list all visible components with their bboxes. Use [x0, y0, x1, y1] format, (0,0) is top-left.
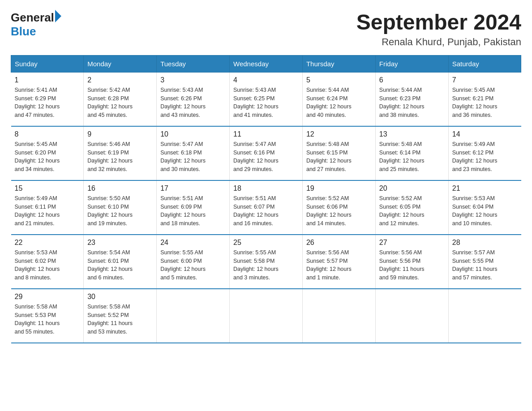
- day-number: 8: [15, 130, 80, 138]
- day-cell: 29Sunrise: 5:58 AM Sunset: 5:53 PM Dayli…: [11, 289, 84, 343]
- day-info: Sunrise: 5:49 AM Sunset: 6:11 PM Dayligh…: [15, 194, 80, 228]
- week-row-2: 8Sunrise: 5:45 AM Sunset: 6:20 PM Daylig…: [11, 126, 521, 180]
- day-info: Sunrise: 5:53 AM Sunset: 6:04 PM Dayligh…: [452, 194, 518, 228]
- day-number: 27: [379, 239, 445, 247]
- day-cell: 14Sunrise: 5:49 AM Sunset: 6:12 PM Dayli…: [448, 126, 521, 180]
- day-number: 26: [306, 239, 372, 247]
- day-number: 13: [379, 130, 445, 138]
- logo-blue: Blue: [11, 25, 61, 39]
- day-number: 25: [233, 239, 299, 247]
- day-info: Sunrise: 5:56 AM Sunset: 5:56 PM Dayligh…: [379, 248, 445, 282]
- day-number: 19: [306, 184, 372, 193]
- day-number: 16: [87, 184, 153, 193]
- calendar-table: SundayMondayTuesdayWednesdayThursdayFrid…: [11, 55, 521, 343]
- day-info: Sunrise: 5:55 AM Sunset: 6:00 PM Dayligh…: [160, 248, 226, 282]
- day-cell: 30Sunrise: 5:58 AM Sunset: 5:52 PM Dayli…: [84, 289, 157, 343]
- day-cell: 23Sunrise: 5:54 AM Sunset: 6:01 PM Dayli…: [84, 235, 157, 289]
- logo: General Blue: [11, 11, 61, 39]
- day-number: 10: [160, 130, 226, 138]
- col-header-sunday: Sunday: [11, 55, 84, 72]
- day-info: Sunrise: 5:48 AM Sunset: 6:14 PM Dayligh…: [379, 140, 445, 174]
- day-cell: 20Sunrise: 5:52 AM Sunset: 6:05 PM Dayli…: [375, 180, 448, 235]
- day-number: 15: [15, 184, 80, 193]
- day-cell: 16Sunrise: 5:50 AM Sunset: 6:10 PM Dayli…: [84, 180, 157, 235]
- day-number: 14: [452, 130, 518, 138]
- day-cell: 1Sunrise: 5:41 AM Sunset: 6:29 PM Daylig…: [11, 72, 84, 126]
- day-number: 12: [306, 130, 372, 138]
- day-cell: 2Sunrise: 5:42 AM Sunset: 6:28 PM Daylig…: [84, 72, 157, 126]
- day-cell: 13Sunrise: 5:48 AM Sunset: 6:14 PM Dayli…: [375, 126, 448, 180]
- day-cell: 22Sunrise: 5:53 AM Sunset: 6:02 PM Dayli…: [11, 235, 84, 289]
- day-cell: 19Sunrise: 5:52 AM Sunset: 6:06 PM Dayli…: [302, 180, 375, 235]
- day-info: Sunrise: 5:57 AM Sunset: 5:55 PM Dayligh…: [452, 248, 518, 282]
- day-number: 11: [233, 130, 299, 138]
- day-info: Sunrise: 5:47 AM Sunset: 6:16 PM Dayligh…: [233, 140, 299, 174]
- day-number: 23: [87, 239, 153, 247]
- day-cell: 4Sunrise: 5:43 AM Sunset: 6:25 PM Daylig…: [230, 72, 303, 126]
- week-row-5: 29Sunrise: 5:58 AM Sunset: 5:53 PM Dayli…: [11, 289, 521, 343]
- day-number: 3: [160, 76, 226, 84]
- day-number: 21: [452, 184, 518, 193]
- week-row-1: 1Sunrise: 5:41 AM Sunset: 6:29 PM Daylig…: [11, 72, 521, 126]
- day-info: Sunrise: 5:49 AM Sunset: 6:12 PM Dayligh…: [452, 140, 518, 174]
- day-number: 4: [233, 76, 299, 84]
- day-info: Sunrise: 5:51 AM Sunset: 6:07 PM Dayligh…: [233, 194, 299, 228]
- day-info: Sunrise: 5:47 AM Sunset: 6:18 PM Dayligh…: [160, 140, 226, 174]
- day-cell: 21Sunrise: 5:53 AM Sunset: 6:04 PM Dayli…: [448, 180, 521, 235]
- day-cell: 26Sunrise: 5:56 AM Sunset: 5:57 PM Dayli…: [302, 235, 375, 289]
- col-header-tuesday: Tuesday: [157, 55, 230, 72]
- day-cell: 9Sunrise: 5:46 AM Sunset: 6:19 PM Daylig…: [84, 126, 157, 180]
- day-number: 18: [233, 184, 299, 193]
- day-info: Sunrise: 5:44 AM Sunset: 6:23 PM Dayligh…: [379, 86, 445, 120]
- day-number: 9: [87, 130, 153, 138]
- day-cell: 5Sunrise: 5:44 AM Sunset: 6:24 PM Daylig…: [302, 72, 375, 126]
- day-info: Sunrise: 5:50 AM Sunset: 6:10 PM Dayligh…: [87, 194, 153, 228]
- day-number: 30: [87, 293, 153, 301]
- week-row-4: 22Sunrise: 5:53 AM Sunset: 6:02 PM Dayli…: [11, 235, 521, 289]
- day-number: 24: [160, 239, 226, 247]
- day-cell: 3Sunrise: 5:43 AM Sunset: 6:26 PM Daylig…: [157, 72, 230, 126]
- col-header-monday: Monday: [84, 55, 157, 72]
- day-info: Sunrise: 5:41 AM Sunset: 6:29 PM Dayligh…: [15, 86, 80, 120]
- day-number: 20: [379, 184, 445, 193]
- day-number: 29: [15, 293, 80, 301]
- calendar-subtitle: Renala Khurd, Punjab, Pakistan: [356, 36, 521, 48]
- day-cell: [448, 289, 521, 343]
- title-block: September 2024 Renala Khurd, Punjab, Pak…: [356, 11, 521, 48]
- day-cell: [157, 289, 230, 343]
- day-info: Sunrise: 5:43 AM Sunset: 6:25 PM Dayligh…: [233, 86, 299, 120]
- col-header-saturday: Saturday: [448, 55, 521, 72]
- col-header-wednesday: Wednesday: [230, 55, 303, 72]
- logo-general: General: [11, 11, 54, 25]
- logo-triangle-icon: [55, 10, 61, 22]
- day-cell: 6Sunrise: 5:44 AM Sunset: 6:23 PM Daylig…: [375, 72, 448, 126]
- day-info: Sunrise: 5:58 AM Sunset: 5:53 PM Dayligh…: [15, 303, 80, 336]
- day-cell: 7Sunrise: 5:45 AM Sunset: 6:21 PM Daylig…: [448, 72, 521, 126]
- page-header: General Blue September 2024 Renala Khurd…: [11, 11, 521, 48]
- day-number: 7: [452, 76, 518, 84]
- day-cell: 12Sunrise: 5:48 AM Sunset: 6:15 PM Dayli…: [302, 126, 375, 180]
- day-info: Sunrise: 5:52 AM Sunset: 6:05 PM Dayligh…: [379, 194, 445, 228]
- day-info: Sunrise: 5:45 AM Sunset: 6:21 PM Dayligh…: [452, 86, 518, 120]
- day-cell: [375, 289, 448, 343]
- day-info: Sunrise: 5:45 AM Sunset: 6:20 PM Dayligh…: [15, 140, 80, 174]
- day-info: Sunrise: 5:44 AM Sunset: 6:24 PM Dayligh…: [306, 86, 372, 120]
- col-header-thursday: Thursday: [302, 55, 375, 72]
- day-info: Sunrise: 5:51 AM Sunset: 6:09 PM Dayligh…: [160, 194, 226, 228]
- day-cell: 28Sunrise: 5:57 AM Sunset: 5:55 PM Dayli…: [448, 235, 521, 289]
- day-info: Sunrise: 5:58 AM Sunset: 5:52 PM Dayligh…: [87, 303, 153, 336]
- day-number: 22: [15, 239, 80, 247]
- day-cell: 18Sunrise: 5:51 AM Sunset: 6:07 PM Dayli…: [230, 180, 303, 235]
- day-number: 1: [15, 76, 80, 84]
- day-cell: 10Sunrise: 5:47 AM Sunset: 6:18 PM Dayli…: [157, 126, 230, 180]
- day-cell: 8Sunrise: 5:45 AM Sunset: 6:20 PM Daylig…: [11, 126, 84, 180]
- calendar-body: 1Sunrise: 5:41 AM Sunset: 6:29 PM Daylig…: [11, 72, 521, 343]
- calendar-header: SundayMondayTuesdayWednesdayThursdayFrid…: [11, 55, 521, 72]
- day-info: Sunrise: 5:55 AM Sunset: 5:58 PM Dayligh…: [233, 248, 299, 282]
- day-number: 5: [306, 76, 372, 84]
- day-info: Sunrise: 5:48 AM Sunset: 6:15 PM Dayligh…: [306, 140, 372, 174]
- day-cell: 15Sunrise: 5:49 AM Sunset: 6:11 PM Dayli…: [11, 180, 84, 235]
- calendar-title: September 2024: [356, 11, 521, 34]
- header-row: SundayMondayTuesdayWednesdayThursdayFrid…: [11, 55, 521, 72]
- day-cell: [230, 289, 303, 343]
